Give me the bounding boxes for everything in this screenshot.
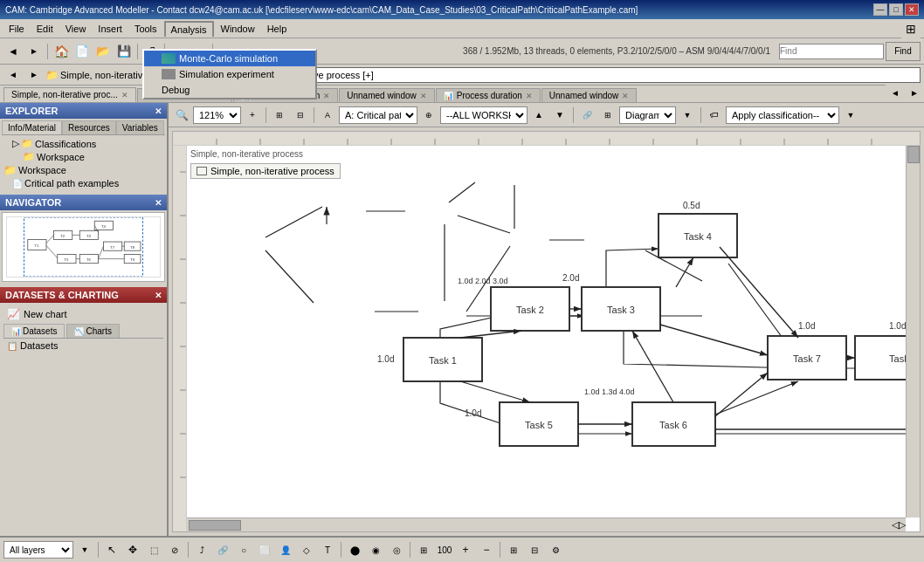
navigator-close[interactable]: ✕ [155, 198, 162, 208]
ds-tab-datasets[interactable]: 📊 Datasets [3, 324, 65, 338]
forward-button[interactable]: ► [24, 42, 44, 61]
zoom-plus-btn2[interactable]: + [456, 540, 475, 559]
new-button[interactable]: 📄 [72, 42, 92, 61]
tab-close-3[interactable]: ✕ [420, 92, 427, 100]
task4-group[interactable]: Task 4 [659, 214, 737, 257]
tab-close-0[interactable]: ✕ [121, 91, 128, 99]
menu-file[interactable]: File [3, 22, 30, 36]
select-tool[interactable]: ⬚ [144, 540, 163, 559]
fit-btn[interactable]: ⊞ [270, 106, 289, 125]
diagram-btn[interactable]: ⊞ [598, 106, 617, 125]
resource-tool[interactable]: 👤 [276, 540, 295, 559]
classify-icon[interactable]: 🏷 [705, 106, 724, 125]
crit-path-selector[interactable]: A: Critical pat [339, 106, 417, 124]
pointer-tool[interactable]: ↖ [102, 540, 121, 559]
addr-forward[interactable]: ► [24, 65, 44, 85]
menu-help[interactable]: Help [262, 22, 293, 36]
ws-down-btn[interactable]: ▼ [550, 106, 569, 125]
addr-back[interactable]: ◄ [3, 65, 23, 85]
ds-tab-charts[interactable]: 📉 Charts [66, 324, 119, 338]
task3-group[interactable]: Task 3 [582, 287, 660, 331]
open-button[interactable]: 📂 [93, 42, 113, 61]
explorer-close[interactable]: ✕ [155, 106, 162, 116]
datasets-close[interactable]: ✕ [155, 291, 162, 300]
diag-down-btn[interactable]: ▼ [678, 106, 697, 125]
settings-tool[interactable]: ⚙ [546, 540, 565, 559]
menu-insert[interactable]: Insert [93, 22, 128, 36]
toolbar-extra-icon[interactable]: ⊞ [901, 19, 921, 38]
exp-tab-info[interactable]: Info/Material [2, 120, 62, 134]
task5-group[interactable]: Task 5 [500, 402, 578, 446]
zoom-fit-btn[interactable]: ⊞ [414, 540, 433, 559]
tab-3[interactable]: Unnamed window ✕ [339, 88, 435, 102]
zoom-selector[interactable]: 121% 100% 75% 150% [193, 106, 241, 124]
class-down-btn[interactable]: ▼ [841, 106, 860, 125]
task7-group[interactable]: Task 7 [768, 336, 846, 380]
zoom-100-btn[interactable]: 100 [435, 540, 454, 559]
menu-window[interactable]: Window [216, 22, 260, 36]
diagram-selector[interactable]: Diagram [619, 106, 676, 124]
minimize-button[interactable]: — [873, 3, 887, 16]
align-left-btn[interactable]: ⬤ [345, 540, 364, 559]
maximize-button[interactable]: □ [889, 3, 903, 16]
task-tool[interactable]: ⬜ [255, 540, 274, 559]
menu-edit[interactable]: Edit [31, 22, 59, 36]
move-tool[interactable]: ✥ [123, 540, 142, 559]
find-button[interactable]: Find [886, 42, 921, 61]
tree-item-workspace[interactable]: 📁 Workspace [2, 150, 165, 163]
link-tool[interactable]: 🔗 [213, 540, 232, 559]
zoom-minus-btn2[interactable]: − [477, 540, 496, 559]
simulation-experiment-item[interactable]: Simulation experiment [144, 66, 315, 82]
link-btn[interactable]: 🔗 [577, 106, 596, 125]
datasets-list-item[interactable]: 📋 Datasets [3, 339, 163, 353]
lasso-tool[interactable]: ⊘ [165, 540, 184, 559]
scroll-thumb-right[interactable] [907, 146, 920, 163]
tab-close-5[interactable]: ✕ [622, 92, 629, 100]
close-button[interactable]: ✕ [905, 3, 919, 16]
exp-tab-resources[interactable]: Resources [62, 120, 116, 134]
debug-item[interactable]: Debug [144, 82, 315, 98]
tab-0[interactable]: Simple, non-iterative proc... ✕ [3, 87, 136, 102]
snap-tool[interactable]: ⊟ [525, 540, 544, 559]
new-chart-button[interactable]: 📈 New chart [3, 306, 163, 322]
find-input[interactable] [779, 44, 884, 59]
task2-group[interactable]: Task 2 [491, 287, 569, 331]
tab-5[interactable]: Unnamed window ✕ [541, 88, 638, 102]
task1-group[interactable]: Task 1 [403, 338, 482, 381]
text-tool[interactable]: T [318, 540, 337, 559]
tree-item-workspace2[interactable]: 📁 Workspace [2, 163, 165, 177]
worksheet-selector[interactable]: --ALL WORKSHEET [440, 106, 528, 124]
tab-close-4[interactable]: ✕ [526, 92, 533, 100]
grid-tool[interactable]: ⊞ [504, 540, 523, 559]
toggle-btn[interactable]: A [318, 106, 337, 125]
layers-selector[interactable]: All layers [3, 541, 73, 559]
scroll-thumb-bottom[interactable] [189, 520, 241, 531]
align-right-btn[interactable]: ◎ [387, 540, 406, 559]
tab-4[interactable]: 📊 Process duration ✕ [436, 88, 541, 102]
connect-tool[interactable]: ⤴ [192, 540, 211, 559]
layer-down-btn[interactable]: ▼ [75, 540, 94, 559]
ws-up-btn[interactable]: ▲ [529, 106, 548, 125]
align-center-btn[interactable]: ◉ [366, 540, 385, 559]
tree-item-classifications[interactable]: ▷ 📁 Classifications [2, 137, 165, 150]
zoom-out-btn[interactable]: 🔍 [172, 106, 191, 125]
tab-close-2[interactable]: ✕ [323, 92, 330, 100]
task6-group[interactable]: Task 6 [632, 402, 715, 446]
menu-view[interactable]: View [60, 22, 92, 36]
tree-item-critical-path[interactable]: 📄 Critical path examples [2, 177, 165, 189]
classification-selector[interactable]: Apply classification-- [726, 106, 839, 124]
monte-carlo-item[interactable]: Monte-Carlo simulation [144, 51, 315, 66]
scrollbar-right[interactable] [906, 146, 920, 517]
node-tool[interactable]: ○ [234, 540, 253, 559]
tab-nav-right[interactable]: ► [905, 83, 924, 102]
menu-tools[interactable]: Tools [129, 22, 162, 36]
exp-tab-variables[interactable]: Variables [116, 120, 164, 134]
save-button[interactable]: 💾 [114, 42, 134, 61]
zoom-in-btn[interactable]: + [243, 106, 262, 125]
scrollbar-bottom[interactable]: ◁▷ [187, 517, 906, 531]
back-button[interactable]: ◄ [3, 42, 23, 61]
cp-btn[interactable]: ⊕ [419, 106, 438, 125]
menu-analysis[interactable]: Analysis [164, 21, 214, 37]
tab-nav-left[interactable]: ◄ [886, 83, 905, 102]
home-button[interactable]: 🏠 [52, 42, 71, 61]
